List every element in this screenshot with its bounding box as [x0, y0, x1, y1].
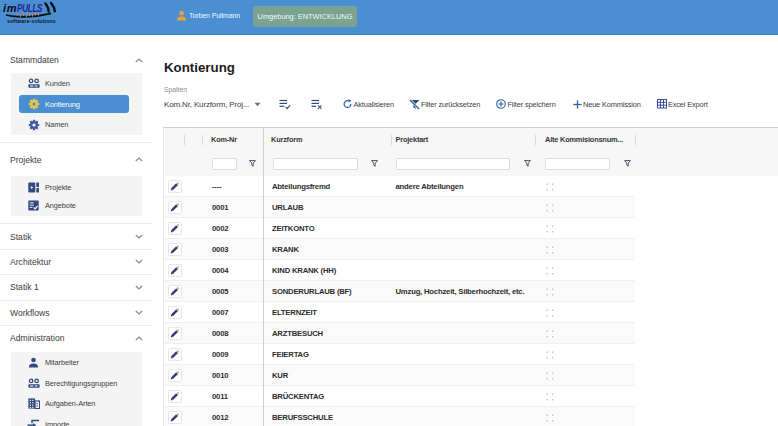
sidebar-item-mitarbeiter[interactable]: Mitarbeiter — [11, 352, 142, 373]
pencil-icon — [170, 202, 180, 212]
edit-row-button[interactable] — [168, 264, 182, 278]
sidebar-section-statik: Statik — [0, 223, 152, 248]
funnel-icon[interactable] — [524, 160, 531, 167]
plus-icon — [573, 100, 582, 109]
cell-kom-nr: 0012 — [212, 407, 228, 426]
sidebar-item-label: Berechtigungsgruppen — [45, 379, 117, 388]
filter-input-projektart[interactable] — [396, 158, 510, 170]
chevron-down-icon — [135, 285, 143, 290]
pencil-icon — [170, 328, 180, 338]
drag-handle-dots-icon[interactable] — [546, 351, 554, 359]
sidebar-group-stammdaten[interactable]: Stammdaten — [0, 48, 152, 72]
groups-icon — [27, 77, 40, 89]
app-window: imPULLS software-solutions Torben Pullma… — [0, 0, 778, 426]
table-row: 0008ARZTBESUCH — [164, 323, 635, 344]
funnel-icon[interactable] — [371, 160, 378, 167]
filter-zurücksetzen-button[interactable]: Filter zurücksetzen — [409, 97, 481, 111]
sidebar-item-kunden[interactable]: Kunden — [11, 73, 142, 94]
sidebar-item-berechtigungsgruppen[interactable]: Berechtigungsgruppen — [11, 373, 142, 394]
edit-row-button[interactable] — [168, 306, 182, 320]
filter-speichern-button[interactable]: Filter speichern — [496, 97, 556, 111]
column-header-kurzform[interactable]: Kurzform — [271, 128, 302, 151]
table-row: 0005SONDERURLAUB (BF)Umzug, Hochzeit, Si… — [164, 281, 635, 302]
user-name: Torben Pullmann — [189, 12, 240, 19]
edit-row-button[interactable] — [168, 348, 182, 362]
table-row: 0003KRANK — [164, 239, 635, 260]
sidebar-section-projekte: ProjekteProjekteAngebote — [0, 142, 152, 216]
column-chooser-x-button[interactable] — [311, 97, 323, 111]
funnel-icon[interactable] — [624, 160, 631, 167]
sidebar-group-statik[interactable]: Statik — [0, 224, 152, 248]
filter-input-kom-nr[interactable] — [212, 158, 237, 170]
pencil-icon — [170, 412, 180, 422]
drag-handle-dots-icon[interactable] — [546, 393, 554, 401]
drag-handle-dots-icon[interactable] — [546, 288, 554, 296]
sidebar-item-importe[interactable]: Importe — [11, 414, 142, 426]
edit-row-button[interactable] — [168, 327, 182, 341]
drag-handle-dots-icon[interactable] — [546, 267, 554, 275]
edit-row-button[interactable] — [168, 222, 182, 236]
toolbar-button-label: Aktualisieren — [354, 100, 394, 109]
user-menu[interactable]: Torben Pullmann — [176, 8, 240, 22]
edit-row-button[interactable] — [168, 369, 182, 383]
drag-handle-dots-icon[interactable] — [546, 309, 554, 317]
sidebar-group-label: Statik — [10, 232, 32, 242]
table-row: 0011BRÜCKENTAG — [164, 386, 635, 407]
filter-input-kurzform[interactable] — [273, 158, 358, 170]
aktualisieren-button[interactable]: Aktualisieren — [343, 97, 394, 111]
sidebar-item-angebote[interactable]: Angebote — [11, 196, 142, 214]
table-row: 0004KIND KRANK (HH) — [164, 260, 635, 281]
sidebar-group-projekte[interactable]: Projekte — [0, 147, 152, 171]
edit-row-button[interactable] — [168, 390, 182, 404]
user-icon — [176, 10, 187, 21]
drag-handle-dots-icon[interactable] — [546, 372, 554, 380]
sidebar-group-items: KundenKontierungNamen — [11, 73, 142, 135]
table-row: 0012BERUFSSCHULE — [164, 407, 635, 426]
edit-row-button[interactable] — [168, 243, 182, 257]
drag-handle-dots-icon[interactable] — [546, 225, 554, 233]
drag-handle-dots-icon[interactable] — [546, 246, 554, 254]
sidebar-item-projekte[interactable]: Projekte — [11, 178, 142, 196]
environment-badge: Umgebung: ENTWICKLUNG — [253, 6, 357, 27]
columns-dropdown[interactable]: Kom.Nr, Kurzform, Proj... — [164, 97, 261, 111]
cell-kurzform: URLAUB — [272, 197, 303, 218]
chevron-down-icon — [254, 102, 261, 107]
sidebar-group-architektur[interactable]: Architektur — [0, 250, 152, 274]
sidebar-group-label: Projekte — [10, 155, 42, 165]
excel-export-button[interactable]: Excel Export — [657, 97, 708, 111]
cell-kurzform: ZEITKONTO — [272, 218, 314, 239]
edit-row-button[interactable] — [168, 411, 182, 425]
drag-handle-dots-icon[interactable] — [546, 204, 554, 212]
drag-handle-dots-icon[interactable] — [546, 330, 554, 338]
table-row: ----Abteilungsfremdandere Abteilungen — [164, 176, 635, 197]
sidebar-item-namen[interactable]: Namen — [11, 115, 142, 136]
drag-handle-dots-icon[interactable] — [546, 414, 554, 422]
drag-handle-dots-icon[interactable] — [546, 183, 554, 191]
sidebar-group-administration[interactable]: Administration — [0, 326, 152, 350]
column-header-kom-nr[interactable]: Kom-Nr — [211, 128, 237, 151]
edit-row-button[interactable] — [168, 285, 182, 299]
table-row: 0007ELTERNZEIT — [164, 302, 635, 323]
cell-kom-nr: ---- — [212, 176, 221, 197]
column-header-alte-kommissionsnummer[interactable]: Alte Kommisionsnum... — [545, 128, 623, 151]
column-chooser-check-button[interactable] — [279, 97, 291, 111]
neue-kommission-button[interactable]: Neue Kommission — [573, 97, 641, 111]
funnel-icon[interactable] — [249, 160, 256, 167]
sidebar-item-aufgaben-arten[interactable]: Aufgaben-Arten — [11, 393, 142, 414]
sidebar-group-statik-1[interactable]: Statik 1 — [0, 275, 152, 299]
logo-wordmark: imPULLS — [3, 3, 52, 14]
sidebar-group-items: ProjekteAngebote — [11, 176, 142, 216]
sidebar-group-workflows[interactable]: Workflows — [0, 301, 152, 325]
cell-kom-nr: 0005 — [212, 281, 228, 302]
columns-label: Spalten — [164, 86, 187, 93]
sidebar-item-label: Angebote — [45, 201, 76, 210]
sidebar-item-kontierung[interactable]: Kontierung — [11, 94, 142, 115]
edit-row-button[interactable] — [168, 201, 182, 215]
filter-input-alte-kommissionsnummer[interactable] — [545, 158, 610, 170]
cell-kom-nr: 0008 — [212, 323, 228, 344]
cell-kurzform: Abteilungsfremd — [272, 176, 330, 197]
column-header-projektart[interactable]: Projektart — [396, 128, 429, 151]
chevron-up-icon — [135, 157, 143, 162]
table-row: 0001URLAUB — [164, 197, 635, 218]
edit-row-button[interactable] — [168, 180, 182, 194]
